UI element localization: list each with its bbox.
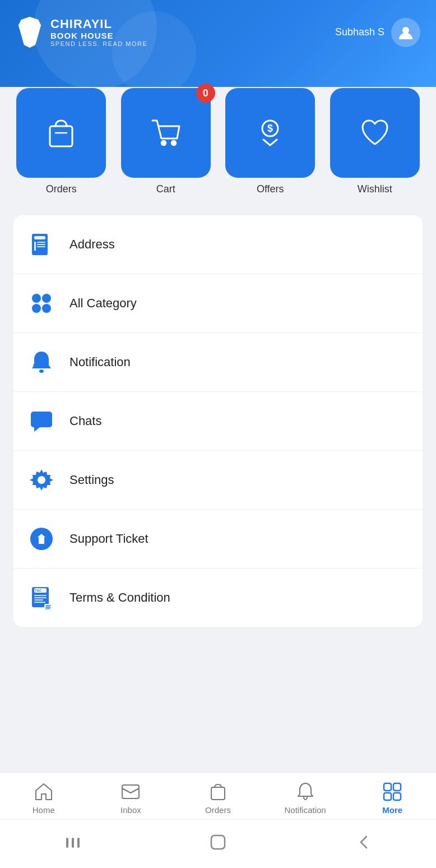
offers-button[interactable]: $ (225, 88, 315, 178)
main-content: Orders 0 Cart $ Off (0, 71, 436, 772)
svg-point-14 (42, 294, 51, 303)
svg-rect-39 (384, 793, 391, 800)
orders-label: Orders (46, 183, 77, 195)
cart-button[interactable]: 0 (121, 88, 211, 178)
nav-inbox[interactable]: Inbox (87, 781, 175, 815)
chats-label: Chats (69, 414, 101, 428)
svg-rect-17 (39, 370, 44, 373)
back-icon (354, 833, 372, 851)
menu-button[interactable] (61, 830, 85, 855)
wishlist-label: Wishlist (358, 183, 392, 195)
nav-orders[interactable]: Orders (174, 781, 262, 815)
menu-item-settings[interactable]: Settings (13, 451, 423, 510)
svg-text:$: $ (267, 123, 273, 134)
orders-button[interactable] (16, 88, 106, 178)
cart-action[interactable]: 0 Cart (118, 88, 214, 195)
offers-action[interactable]: $ Offers (222, 88, 318, 195)
cart-icon (148, 115, 184, 151)
orders-nav-icon-svg (208, 782, 228, 802)
offers-icon: $ (252, 115, 288, 151)
logo-subtitle: BOOK HOUSE (50, 31, 147, 40)
user-name: Subhash S (335, 26, 384, 38)
menu-item-notification[interactable]: Notification (13, 333, 423, 392)
svg-rect-27 (34, 599, 43, 601)
svg-rect-37 (384, 783, 391, 791)
user-icon (397, 24, 415, 41)
system-nav (0, 819, 436, 868)
svg-rect-35 (122, 785, 139, 798)
home-nav-label: Home (33, 805, 55, 815)
nav-home[interactable]: Home (0, 781, 87, 815)
orders-nav-label: Orders (205, 805, 231, 815)
svg-rect-9 (34, 242, 36, 251)
support-icon-container (27, 524, 56, 553)
menu-item-category[interactable]: All Category (13, 274, 423, 333)
address-icon (29, 232, 54, 257)
more-nav-label: More (382, 805, 402, 815)
header: CHIRAYIL BOOK HOUSE SPEND LESS. READ MOR… (0, 0, 436, 87)
svg-rect-8 (34, 236, 45, 239)
svg-rect-31 (45, 605, 51, 606)
menu-item-support[interactable]: Support Ticket (13, 510, 423, 569)
logo-tagline: SPEND LESS. READ MORE (50, 40, 147, 47)
svg-rect-32 (45, 607, 51, 608)
more-icon (382, 782, 402, 802)
svg-rect-18 (31, 412, 52, 427)
notification-nav-icon (294, 781, 317, 803)
settings-icon-container (27, 465, 56, 495)
home-system-button[interactable] (206, 830, 230, 855)
svg-rect-1 (50, 126, 72, 146)
menu-list: Address All Category (13, 215, 423, 627)
more-nav-icon (381, 781, 403, 803)
category-icon-container (27, 289, 56, 318)
svg-rect-25 (34, 595, 47, 596)
nav-notification[interactable]: Notification (262, 781, 349, 815)
inbox-nav-label: Inbox (120, 805, 141, 815)
bottom-nav: Home Inbox Orders Notification (0, 772, 436, 819)
notification-nav-label: Notification (284, 805, 326, 815)
heart-icon (357, 115, 393, 151)
category-label: All Category (69, 296, 137, 311)
terms-icon: T&C (29, 585, 54, 611)
support-icon (29, 526, 54, 552)
notification-icon (29, 349, 54, 375)
bell-icon (295, 782, 316, 802)
home-nav-icon (33, 781, 55, 803)
nav-more[interactable]: More (349, 781, 436, 815)
svg-rect-10 (37, 242, 45, 243)
svg-rect-11 (37, 244, 45, 245)
menu-item-address[interactable]: Address (13, 215, 423, 274)
offers-label: Offers (257, 183, 284, 195)
svg-rect-34 (45, 608, 50, 610)
svg-point-3 (161, 141, 166, 145)
address-icon-container (27, 230, 56, 259)
chats-icon (29, 408, 54, 434)
menu-item-terms[interactable]: T&C Terms & Condition (13, 569, 423, 627)
settings-label: Settings (69, 473, 114, 487)
svg-rect-28 (34, 602, 45, 603)
wishlist-button[interactable] (330, 88, 420, 178)
logo-icon (16, 17, 44, 48)
terms-icon-container: T&C (27, 583, 56, 612)
svg-point-15 (32, 304, 41, 313)
svg-point-4 (171, 141, 176, 145)
svg-point-16 (42, 304, 51, 313)
cart-label: Cart (156, 183, 175, 195)
svg-rect-12 (37, 246, 45, 247)
avatar[interactable] (391, 18, 420, 47)
notification-icon-container (27, 348, 56, 377)
wishlist-action[interactable]: Wishlist (327, 88, 423, 195)
menu-item-chats[interactable]: Chats (13, 392, 423, 451)
notification-label: Notification (69, 355, 131, 370)
back-button[interactable] (351, 830, 375, 855)
bag-icon (43, 115, 79, 151)
quick-actions: Orders 0 Cart $ Off (13, 88, 423, 195)
settings-icon (29, 467, 54, 493)
svg-rect-33 (45, 606, 50, 607)
circle-home-icon (209, 833, 227, 851)
menu-icon (64, 833, 82, 851)
svg-rect-38 (393, 783, 401, 791)
orders-action[interactable]: Orders (13, 88, 109, 195)
svg-rect-43 (77, 838, 80, 848)
svg-rect-36 (211, 787, 225, 800)
